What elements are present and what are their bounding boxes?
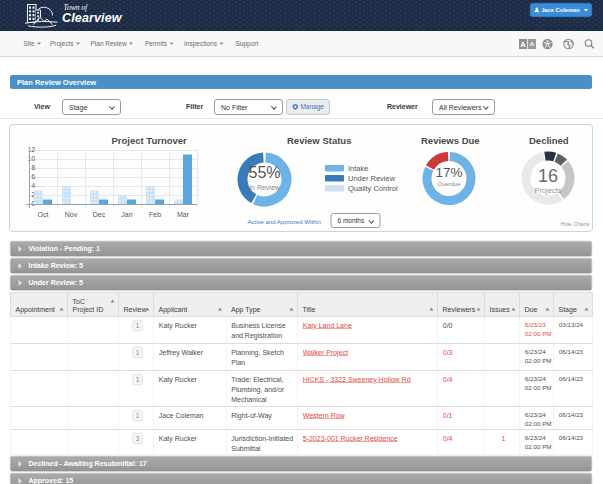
svg-text:A: A [530,41,535,47]
svg-text:A: A [520,40,526,49]
